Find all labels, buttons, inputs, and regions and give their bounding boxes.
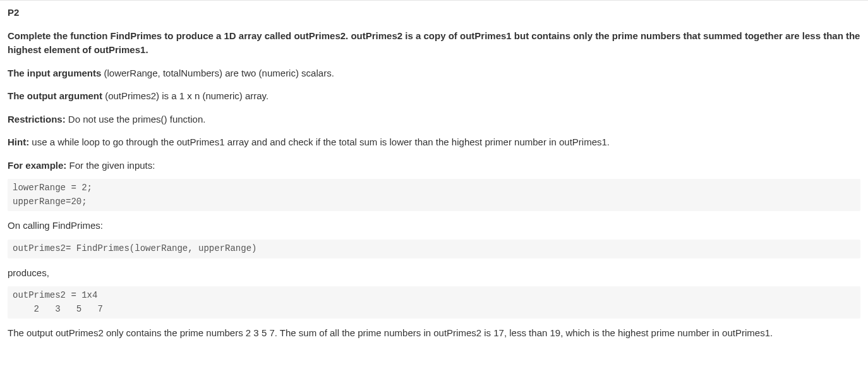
- code-block-output: outPrimes2 = 1x4 2 3 5 7: [8, 286, 860, 319]
- input-args-rest: (lowerRange, totalNumbers) are two (nume…: [101, 68, 334, 78]
- hint-label: Hint:: [8, 137, 29, 147]
- example-label-paragraph: For example: For the given inputs:: [8, 159, 860, 173]
- output-arg-rest: (outPrimes2) is a 1 x n (numeric) array.: [102, 90, 268, 101]
- intro-text: Complete the function FindPrimes to prod…: [8, 30, 860, 56]
- problem-container: P2 Complete the function FindPrimes to p…: [0, 0, 868, 352]
- output-arg-label: The output argument: [8, 90, 102, 101]
- output-arg-paragraph: The output argument (outPrimes2) is a 1 …: [8, 89, 860, 104]
- on-calling-paragraph: On calling FindPrimes:: [8, 219, 860, 233]
- produces-paragraph: produces,: [8, 266, 860, 281]
- input-args-paragraph: The input arguments (lowerRange, totalNu…: [8, 66, 860, 81]
- explanation-paragraph: The output outPrimes2 only contains the …: [8, 326, 860, 341]
- section-heading: P2: [8, 6, 860, 20]
- restrictions-rest: Do not use the primes() function.: [66, 114, 206, 125]
- hint-paragraph: Hint: use a while loop to go through the…: [8, 135, 860, 150]
- code-block-inputs: lowerRange = 2; upperRange=20;: [8, 179, 860, 211]
- hint-rest: use a while loop to go through the outPr…: [29, 137, 610, 147]
- input-args-label: The input arguments: [8, 68, 101, 78]
- code-block-call: outPrimes2= FindPrimes(lowerRange, upper…: [8, 240, 860, 258]
- restrictions-paragraph: Restrictions: Do not use the primes() fu…: [8, 113, 860, 127]
- intro-paragraph: Complete the function FindPrimes to prod…: [8, 29, 860, 58]
- example-label: For example:: [8, 160, 66, 171]
- section-heading-text: P2: [8, 7, 19, 18]
- restrictions-label: Restrictions:: [8, 114, 66, 125]
- example-label-rest: For the given inputs:: [66, 160, 155, 171]
